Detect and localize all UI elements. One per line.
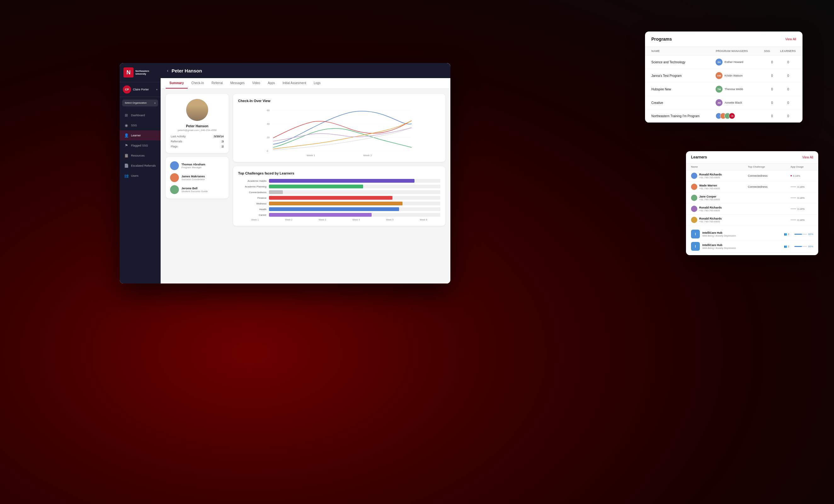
member-info-1: James Makrianes Success Coordinator <box>181 175 224 181</box>
ssg-0: 0 <box>764 61 780 64</box>
stat-referrals: Referrals :3 <box>171 140 224 143</box>
learner-avatar-1 <box>691 184 697 190</box>
app-usage-bar-0 <box>794 234 807 235</box>
learners-view-all[interactable]: View All <box>802 156 813 159</box>
app-window: N Northeastern University CP Claire Port… <box>120 63 451 284</box>
member-name-2: Jerome Bell <box>181 187 224 190</box>
sidebar-item-resources[interactable]: 📋 Resources <box>120 151 161 161</box>
sidebar-item-users[interactable]: 👥 Users <box>120 171 161 181</box>
profile-card: Peter Hanson peterh@gmail.com | 646-234-… <box>166 94 229 153</box>
usage-text-3: 0.18% <box>797 207 805 211</box>
sidebar-item-ssg[interactable]: ◉ SSG <box>120 120 161 130</box>
learner-avatar-2 <box>691 195 697 201</box>
member-role-0: Program Manager <box>181 166 224 169</box>
bar-row-2: Connectedness <box>238 190 440 194</box>
programs-view-all[interactable]: View All <box>785 38 796 41</box>
tab-messages[interactable]: Messages <box>226 78 248 89</box>
sidebar-item-escalated-referrals[interactable]: 📄 Escalated Referrals <box>120 161 161 171</box>
flagged-icon: ⚑ <box>124 143 129 148</box>
sidebar-item-dashboard[interactable]: ⊞ Dashboard <box>120 110 161 120</box>
learner-name-3: Ronald Richards <box>699 206 722 209</box>
bar-label-2: Connectedness <box>238 191 266 194</box>
bar-row-6: Career <box>238 213 440 217</box>
flags-label: Flags <box>171 145 178 148</box>
bar-label-6: Career <box>238 214 266 216</box>
team-member-0: Thomas Abraham Program Manager <box>170 161 224 170</box>
checkin-chart-card: Check-In Over View 60 40 20 0 <box>233 94 445 162</box>
usage-text-4: 0.18% <box>797 219 805 221</box>
profile-email: peterh@gmail.com | 646-234-4550 <box>178 129 217 132</box>
programs-panel: Programs View All Name Program Managers … <box>645 31 803 123</box>
member-role-2: Student Success Guide <box>181 190 224 193</box>
manager-cell-3: AB Annette Black <box>716 99 764 106</box>
sidebar-logo: N Northeastern University <box>120 63 161 82</box>
profile-avatar <box>186 99 208 121</box>
sidebar-item-resources-label: Resources <box>131 154 145 157</box>
learner-row-3: Ronald Richards +91 790-765-6905 0.18% <box>686 203 818 215</box>
sidebar-item-escalated-label: Escalated Referrals <box>131 164 156 167</box>
sidebar-user[interactable]: CP Claire Porter ▾ <box>120 82 161 97</box>
app-usage-fill-0 <box>794 234 802 235</box>
app-usage-1: 60% <box>794 245 813 248</box>
sidebar-item-flagged-ssg[interactable]: ⚑ Flagged SSG <box>120 140 161 151</box>
app-learners-1: 👥 2 <box>784 245 789 248</box>
org-select-dropdown[interactable]: Select Organization ▾ <box>122 100 158 107</box>
week-label-6: Week 6 <box>420 219 427 221</box>
user-avatar: CP <box>123 85 131 93</box>
bar-row-4: Wellness <box>238 202 440 205</box>
usage-cell-3: 0.18% <box>791 207 813 211</box>
learner-name-cell-0: Ronald Richards +91 790-765-6905 <box>691 173 748 179</box>
learner-phone-1: +91 790-765-6905 <box>699 187 720 190</box>
programs-table-header: Name Program Managers SSG Learners <box>645 47 803 56</box>
tab-apps[interactable]: Apps <box>264 78 279 89</box>
program-name-4: Northeastern Training I'm Program <box>651 114 716 118</box>
svg-text:60: 60 <box>267 109 270 112</box>
bar-row-3: Finance <box>238 196 440 200</box>
program-name-3: Creative <box>651 101 716 105</box>
member-name-0: Thomas Abraham <box>181 163 224 166</box>
tab-video[interactable]: Video <box>248 78 264 89</box>
tab-logs[interactable]: Logs <box>310 78 324 89</box>
tab-initial-assessment[interactable]: Initial Assesment <box>279 78 310 89</box>
member-role-1: Success Coordinator <box>181 178 224 181</box>
left-panel: Peter Hanson peterh@gmail.com | 646-234-… <box>166 94 229 279</box>
bar-row-0: Academic Habits <box>238 179 440 183</box>
svg-text:Week 1: Week 1 <box>307 154 315 157</box>
plus-badge: +5 <box>729 113 735 119</box>
tab-referral[interactable]: Referral <box>208 78 227 89</box>
member-avatar-2 <box>170 185 179 194</box>
app-usage-fill-1 <box>794 246 802 247</box>
tab-summary[interactable]: Summary <box>166 78 188 89</box>
learner-row-1: Wade Warren +91 790-765-6905 Connectedne… <box>686 181 818 193</box>
bar-fill-3 <box>269 196 392 200</box>
program-row-3: Creative AB Annette Black 0 0 <box>645 96 803 110</box>
stat-last-activity: Last Activity :5/30/14 <box>171 135 224 138</box>
profile-name: Peter Hanson <box>186 124 208 128</box>
week-label-1: Week 1 <box>251 219 259 221</box>
program-row-1: Janna's Test Program KW Kristin Watson 0… <box>645 69 803 83</box>
logo-text: Northeastern University <box>135 70 149 75</box>
back-button[interactable]: ‹ <box>167 68 169 73</box>
learner-name-cell-1: Wade Warren +91 790-765-6905 <box>691 184 748 190</box>
user-name: Claire Porter <box>133 88 154 91</box>
resources-icon: 📋 <box>124 153 129 158</box>
bar-label-0: Academic Habits <box>238 179 266 182</box>
learner-info-3: Ronald Richards +91 790-765-6905 <box>699 206 722 212</box>
bar-fill-1 <box>269 184 363 189</box>
learner-phone-3: +91 790-765-6905 <box>699 209 722 212</box>
tab-checkin[interactable]: Check-In <box>188 78 208 89</box>
last-activity-label: Last Activity <box>171 135 186 138</box>
nav-items: ⊞ Dashboard ◉ SSG 👤 Learner ⚑ Flagged SS… <box>120 109 161 284</box>
ssg-4: 0 <box>764 114 780 118</box>
program-row-4: Northeastern Training I'm Program +5 0 0 <box>645 110 803 123</box>
app-subtitle-0: Well-Being / Anxiety Depression <box>702 234 782 237</box>
app-icon-1: I <box>691 242 700 251</box>
app-usage-percent-1: 60% <box>808 245 813 248</box>
learner-name-0: Ronald Richards <box>699 173 722 176</box>
member-info-0: Thomas Abraham Program Manager <box>181 163 224 169</box>
sidebar-item-flagged-label: Flagged SSG <box>131 144 148 147</box>
sidebar-item-learner[interactable]: 👤 Learner <box>120 130 161 140</box>
sidebar-item-users-label: Users <box>131 174 138 177</box>
usage-cell-2: 0.18% <box>791 197 813 199</box>
right-panel: Check-In Over View 60 40 20 0 <box>233 94 445 279</box>
